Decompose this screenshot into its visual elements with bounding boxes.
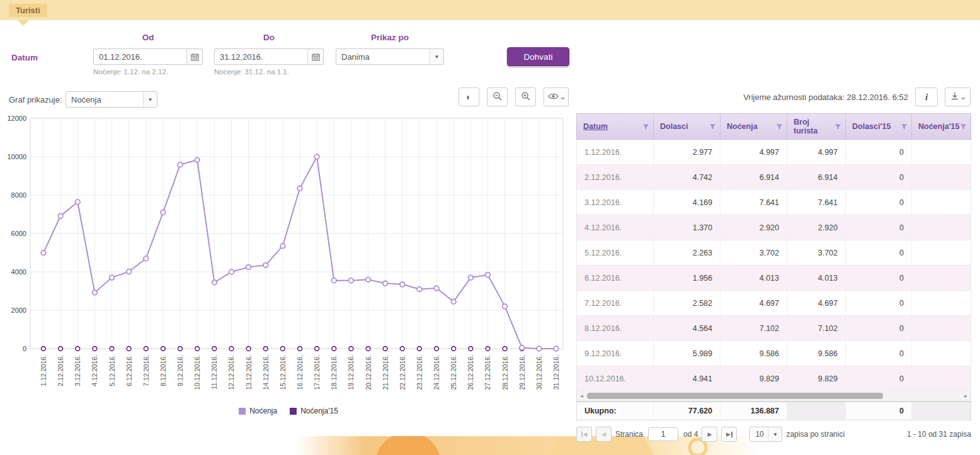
svg-text:12000: 12000 xyxy=(7,115,26,122)
first-page-button[interactable]: ◀ xyxy=(576,427,592,442)
filter-icon[interactable] xyxy=(960,123,967,130)
calendar-icon[interactable] xyxy=(186,49,202,64)
cell-value xyxy=(912,215,971,240)
svg-text:5.12.2016.: 5.12.2016. xyxy=(108,355,116,386)
table-row[interactable]: 1.12.2016.2.9774.9974.9970 xyxy=(577,140,971,165)
cell-value: 0 xyxy=(846,291,912,315)
page-size-select[interactable]: 10 ▼ xyxy=(749,427,782,442)
cell-value: 0 xyxy=(846,140,912,164)
cell-value: 2.263 xyxy=(654,240,721,265)
date-to-input[interactable] xyxy=(215,49,307,64)
column-header[interactable]: Noćenja'15 xyxy=(912,114,971,139)
legend-item[interactable]: Noćenja'15 xyxy=(290,407,338,415)
last-page-button[interactable]: ▶ xyxy=(721,427,737,442)
cell-datum: 9.12.2016. xyxy=(577,341,654,366)
cell-value: 0 xyxy=(846,190,912,215)
cell-value xyxy=(912,316,971,340)
column-header[interactable]: Dolasci'15 xyxy=(846,114,912,139)
cell-value: 4.013 xyxy=(721,266,787,290)
zoom-out-button[interactable] xyxy=(487,87,508,106)
totals-value: 0 xyxy=(846,402,912,420)
legend-item[interactable]: Noćenja xyxy=(239,407,277,415)
column-header[interactable]: Datum xyxy=(577,114,654,139)
svg-text:1.12.2016.: 1.12.2016. xyxy=(40,355,47,386)
cell-value: 9.829 xyxy=(721,366,787,391)
cell-value: 3.702 xyxy=(787,240,846,265)
graf-select[interactable]: Noćenja ▼ xyxy=(66,91,157,108)
eye-icon xyxy=(548,92,559,102)
tab-turisti[interactable]: Turisti xyxy=(9,4,47,17)
cell-value: 0 xyxy=(846,240,912,265)
cell-value: 3.702 xyxy=(721,240,787,265)
next-page-button[interactable]: ▶ xyxy=(702,427,717,442)
do-label: Do xyxy=(214,33,324,42)
prev-page-button[interactable]: ◀ xyxy=(596,427,612,442)
chevron-down-icon: ▼ xyxy=(430,49,443,64)
cell-value: 0 xyxy=(846,215,912,240)
column-header[interactable]: Broj turista xyxy=(787,114,846,139)
table-row[interactable]: 6.12.2016.1.9564.0134.0130 xyxy=(577,266,971,291)
table-row[interactable]: 2.12.2016.4.7426.9146.9140 xyxy=(577,165,971,190)
cell-datum: 10.12.2016. xyxy=(577,366,654,391)
table-row[interactable]: 10.12.2016.4.9419.8299.8290 xyxy=(577,366,971,391)
cell-value: 0 xyxy=(846,165,912,189)
scroll-right-arrow[interactable]: ▸ xyxy=(961,391,971,400)
svg-text:26.12.2016.: 26.12.2016. xyxy=(467,355,474,390)
svg-text:6000: 6000 xyxy=(11,230,26,237)
table-row[interactable]: 7.12.2016.2.5824.6974.6970 xyxy=(577,291,971,316)
cell-value: 4.013 xyxy=(787,266,846,290)
calendar-icon[interactable] xyxy=(307,49,323,64)
svg-text:19.12.2016.: 19.12.2016. xyxy=(347,355,355,390)
table-row[interactable]: 9.12.2016.5.9899.5869.5860 xyxy=(577,341,971,366)
cell-value: 0 xyxy=(846,341,912,366)
table-row[interactable]: 4.12.2016.1.3702.9202.9200 xyxy=(577,215,971,240)
scroll-left-arrow[interactable]: ◂ xyxy=(577,391,586,400)
cell-value xyxy=(912,190,971,215)
table-row[interactable]: 8.12.2016.4.5647.1027.1020 xyxy=(577,316,971,341)
cell-value xyxy=(912,240,971,265)
svg-text:17.12.2016.: 17.12.2016. xyxy=(313,355,321,390)
scroll-thumb[interactable] xyxy=(587,393,883,399)
totals-label: Ukupno: xyxy=(577,402,654,420)
line-chart[interactable]: 0200040006000800010000120001.12.2016.2.1… xyxy=(5,115,572,399)
prikaz-po-select[interactable]: Danima ▼ xyxy=(336,48,444,65)
stranica-label: Stranica xyxy=(615,430,643,439)
filter-icon[interactable] xyxy=(642,123,649,130)
chevron-down-icon xyxy=(961,93,966,102)
cell-value xyxy=(912,291,971,315)
svg-text:18.12.2016.: 18.12.2016. xyxy=(330,355,338,390)
cell-value: 2.920 xyxy=(721,215,787,240)
column-header[interactable]: Noćenja xyxy=(721,114,787,139)
prikaz-po-value: Danima xyxy=(336,52,430,62)
topbar: Turisti xyxy=(0,0,980,20)
horizontal-scrollbar[interactable]: ◂ ▸ xyxy=(576,391,971,402)
date-from-input[interactable] xyxy=(94,49,186,64)
toggle-series-button[interactable]: ◐ xyxy=(459,87,479,106)
chevron-down-icon: ▼ xyxy=(768,427,782,441)
date-from-group: Noćenje: 1.12. na 2.12. xyxy=(93,48,203,76)
filter-icon[interactable] xyxy=(776,123,783,130)
page-count-label: od 4 xyxy=(683,430,698,439)
svg-text:8.12.2016.: 8.12.2016. xyxy=(159,355,167,386)
filter-icon[interactable] xyxy=(709,123,716,130)
records-range-label: 1 - 10 od 31 zapisa xyxy=(907,430,971,439)
dohvati-button[interactable]: Dohvati xyxy=(507,47,569,66)
cell-value: 1.956 xyxy=(654,266,721,290)
export-button[interactable] xyxy=(945,87,971,106)
svg-text:30.12.2016.: 30.12.2016. xyxy=(535,355,543,390)
table-row[interactable]: 5.12.2016.2.2633.7023.7020 xyxy=(577,240,971,266)
page-number-input[interactable] xyxy=(648,427,678,441)
info-button[interactable]: i xyxy=(915,87,938,106)
filter-icon[interactable] xyxy=(901,123,908,130)
graf-select-value: Noćenja xyxy=(66,95,143,104)
table-row[interactable]: 3.12.2016.4.1697.6417.6410 xyxy=(577,190,971,215)
column-header[interactable]: Dolasci xyxy=(654,114,721,139)
filter-icon[interactable] xyxy=(835,123,841,130)
cell-value: 1.370 xyxy=(654,215,721,240)
zoom-in-button[interactable] xyxy=(515,87,536,106)
svg-text:8000: 8000 xyxy=(11,191,26,199)
visibility-button[interactable] xyxy=(544,87,569,106)
svg-text:28.12.2016.: 28.12.2016. xyxy=(501,355,509,390)
svg-text:23.12.2016.: 23.12.2016. xyxy=(416,355,423,390)
svg-text:29.12.2016.: 29.12.2016. xyxy=(518,355,526,390)
